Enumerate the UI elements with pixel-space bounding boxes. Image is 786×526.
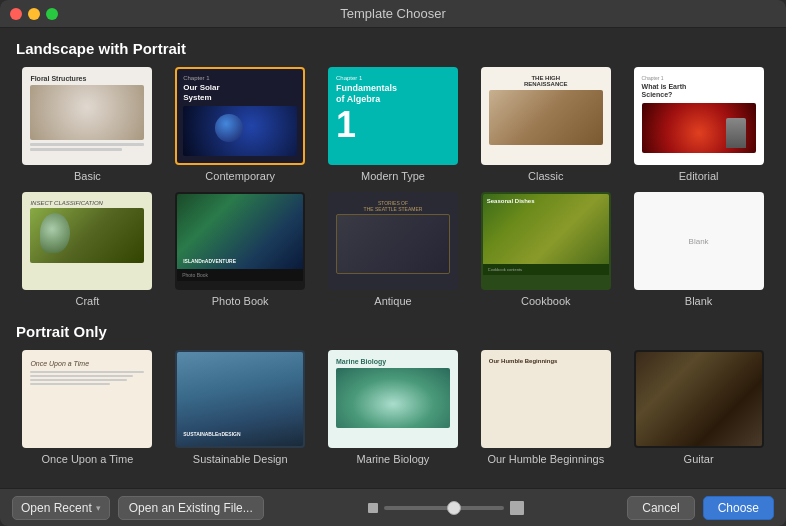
template-label-craft: Craft — [75, 295, 99, 307]
thumb-antique-image — [336, 214, 450, 274]
template-item-antique[interactable]: STORIES OFTHE SEATTLE STEAMER Antique — [322, 192, 465, 307]
close-button[interactable] — [10, 8, 22, 20]
template-thumb-guitar[interactable] — [634, 350, 764, 448]
template-item-marine-bio[interactable]: Marine Biology Marine Biology — [322, 350, 465, 465]
template-label-cookbook: Cookbook — [521, 295, 571, 307]
thumb-classic-title: THE HIGHRENAISSANCE — [489, 75, 603, 87]
thumbnail-size-slider[interactable] — [384, 506, 504, 510]
template-item-classic[interactable]: THE HIGHRENAISSANCE Classic — [474, 67, 617, 182]
thumb-guitar-image — [636, 352, 762, 446]
thumb-cookbook-image: Seasonal Dishes — [483, 194, 609, 264]
template-item-once-upon[interactable]: Once Upon a Time Once Upon a Time — [16, 350, 159, 465]
thumb-craft-title: INSECT CLASSIFICATION — [30, 200, 144, 206]
template-thumb-photo-book[interactable]: Photo Book — [175, 192, 305, 290]
template-label-guitar: Guitar — [684, 453, 714, 465]
template-thumb-humble[interactable]: Our Humble Beginnings — [481, 350, 611, 448]
template-item-contemporary[interactable]: Chapter 1 Our SolarSystem Contemporary — [169, 67, 312, 182]
template-thumb-classic[interactable]: THE HIGHRENAISSANCE — [481, 67, 611, 165]
template-thumb-editorial[interactable]: Chapter 1 What is EarthScience? — [634, 67, 764, 165]
thumb-basic-title-text: Floral Structures — [30, 75, 144, 82]
template-label-photo-book: Photo Book — [212, 295, 269, 307]
template-thumb-cookbook[interactable]: Seasonal Dishes Cookbook contents — [481, 192, 611, 290]
template-list: Landscape with Portrait Floral Structure… — [0, 28, 786, 488]
thumb-humble-title: Our Humble Beginnings — [489, 358, 603, 364]
thumb-photo-book-bottom: Photo Book — [177, 269, 303, 281]
section-title-landscape: Landscape with Portrait — [16, 40, 770, 57]
template-item-editorial[interactable]: Chapter 1 What is EarthScience? Editoria… — [627, 67, 770, 182]
template-label-editorial: Editorial — [679, 170, 719, 182]
thumb-humble-image — [489, 367, 603, 422]
template-item-sustainable[interactable]: Sustainable Design — [169, 350, 312, 465]
thumb-photo-book-image — [177, 194, 303, 269]
template-item-humble[interactable]: Our Humble Beginnings Our Humble Beginni… — [474, 350, 617, 465]
slider-small-icon — [368, 503, 378, 513]
template-thumb-craft[interactable]: INSECT CLASSIFICATION — [22, 192, 152, 290]
template-label-blank: Blank — [685, 295, 713, 307]
choose-label: Choose — [718, 501, 759, 515]
thumb-sustainable-image — [177, 352, 303, 446]
choose-button[interactable]: Choose — [703, 496, 774, 520]
thumb-cookbook-title: Seasonal Dishes — [487, 198, 535, 204]
template-item-modern-type[interactable]: Chapter 1 Fundamentalsof Algebra 1 Moder… — [322, 67, 465, 182]
template-label-antique: Antique — [374, 295, 411, 307]
thumb-once-line3 — [30, 379, 127, 381]
template-label-humble: Our Humble Beginnings — [487, 453, 604, 465]
template-thumb-marine-bio[interactable]: Marine Biology — [328, 350, 458, 448]
template-item-basic[interactable]: Floral Structures Basic — [16, 67, 159, 182]
cancel-button[interactable]: Cancel — [627, 496, 694, 520]
title-bar: Template Chooser — [0, 0, 786, 28]
thumb-cookbook-bottom: Cookbook contents — [483, 264, 609, 275]
template-label-basic: Basic — [74, 170, 101, 182]
template-grid-landscape: Floral Structures Basic Chapter 1 Our So… — [16, 67, 770, 307]
thumb-modern-chapter: Chapter 1 — [336, 75, 450, 81]
thumb-antique-title: STORIES OFTHE SEATTLE STEAMER — [336, 200, 450, 212]
template-thumb-modern-type[interactable]: Chapter 1 Fundamentalsof Algebra 1 — [328, 67, 458, 165]
template-item-photo-book[interactable]: Photo Book Photo Book — [169, 192, 312, 307]
thumb-once-title: Once Upon a Time — [30, 360, 144, 367]
template-thumb-contemporary[interactable]: Chapter 1 Our SolarSystem — [175, 67, 305, 165]
thumb-basic-line1 — [30, 143, 144, 146]
template-label-classic: Classic — [528, 170, 563, 182]
thumb-basic-image — [30, 85, 144, 140]
thumb-editorial-chapter: Chapter 1 — [642, 75, 756, 81]
template-item-cookbook[interactable]: Seasonal Dishes Cookbook contents Cookbo… — [474, 192, 617, 307]
template-thumb-sustainable[interactable] — [175, 350, 305, 448]
thumb-craft-image — [30, 208, 144, 263]
template-label-modern-type: Modern Type — [361, 170, 425, 182]
template-label-sustainable: Sustainable Design — [193, 453, 288, 465]
template-label-once-upon: Once Upon a Time — [42, 453, 134, 465]
section-portrait-only: Portrait Only Once Upon a Time Once Upon… — [16, 323, 770, 465]
thumb-once-line2 — [30, 375, 133, 377]
thumb-marine-title: Marine Biology — [336, 358, 450, 365]
template-item-guitar[interactable]: Guitar — [627, 350, 770, 465]
maximize-button[interactable] — [46, 8, 58, 20]
template-label-marine-bio: Marine Biology — [357, 453, 430, 465]
slider-large-icon — [510, 501, 524, 515]
section-title-portrait: Portrait Only — [16, 323, 770, 340]
template-thumb-once-upon[interactable]: Once Upon a Time — [22, 350, 152, 448]
thumb-editorial-title: What is EarthScience? — [642, 83, 756, 100]
open-recent-label: Open Recent — [21, 501, 92, 515]
thumb-marine-image — [336, 368, 450, 428]
thumb-basic-line2 — [30, 148, 121, 151]
thumb-contemporary-title: Our SolarSystem — [183, 83, 297, 102]
minimize-button[interactable] — [28, 8, 40, 20]
thumb-once-line1 — [30, 371, 144, 373]
template-thumb-blank[interactable]: Blank — [634, 192, 764, 290]
thumb-once-line4 — [30, 383, 110, 385]
traffic-lights[interactable] — [10, 8, 58, 20]
bottom-toolbar: Open Recent ▾ Open an Existing File... C… — [0, 488, 786, 526]
template-item-craft[interactable]: INSECT CLASSIFICATION Craft — [16, 192, 159, 307]
thumb-modern-number: 1 — [336, 107, 450, 143]
template-thumb-basic[interactable]: Floral Structures — [22, 67, 152, 165]
open-existing-button[interactable]: Open an Existing File... — [118, 496, 264, 520]
open-recent-button[interactable]: Open Recent ▾ — [12, 496, 110, 520]
thumb-modern-title: Fundamentalsof Algebra — [336, 83, 450, 105]
thumb-contemporary-image — [183, 106, 297, 156]
thumb-editorial-image — [642, 103, 756, 153]
template-item-blank[interactable]: Blank Blank — [627, 192, 770, 307]
template-thumb-antique[interactable]: STORIES OFTHE SEATTLE STEAMER — [328, 192, 458, 290]
thumb-classic-image — [489, 90, 603, 145]
size-slider-container — [272, 501, 619, 515]
window-title: Template Chooser — [340, 6, 446, 21]
